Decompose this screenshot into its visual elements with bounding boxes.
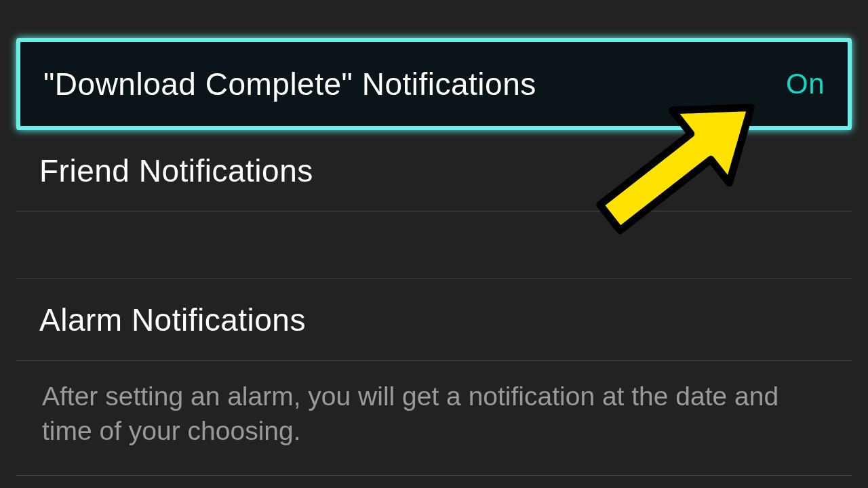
friend-notifications-label: Friend Notifications bbox=[39, 152, 313, 189]
alarm-notifications-row[interactable]: Alarm Notifications bbox=[16, 279, 852, 361]
download-complete-value: On bbox=[786, 68, 825, 100]
download-complete-notifications-row[interactable]: "Download Complete" Notifications On bbox=[16, 38, 852, 130]
download-complete-label: "Download Complete" Notifications bbox=[43, 66, 536, 102]
section-spacer bbox=[16, 211, 852, 279]
alarm-notifications-label: Alarm Notifications bbox=[39, 302, 306, 338]
alarm-notifications-description: After setting an alarm, you will get a n… bbox=[16, 361, 852, 476]
friend-notifications-row[interactable]: Friend Notifications bbox=[16, 130, 852, 211]
notification-settings-list: "Download Complete" Notifications On Fri… bbox=[0, 0, 868, 476]
